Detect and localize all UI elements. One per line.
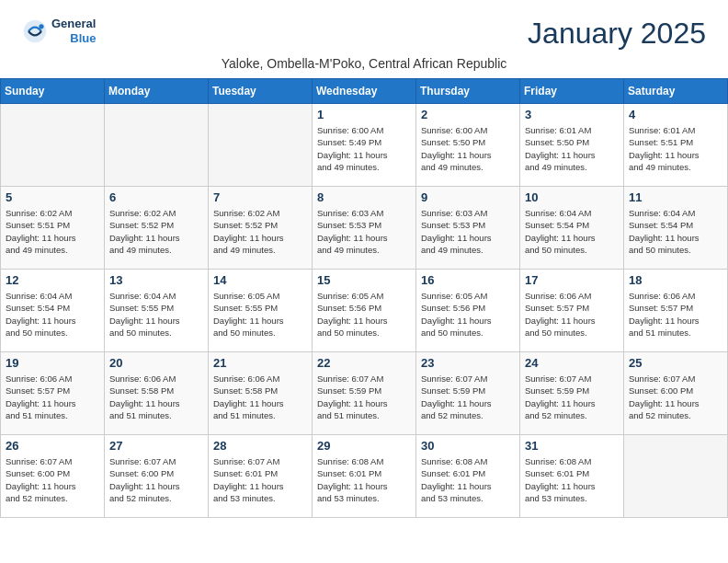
calendar-cell: 5Sunrise: 6:02 AM Sunset: 5:51 PM Daylig… <box>1 187 105 270</box>
day-header-sunday: Sunday <box>1 79 105 104</box>
page-header: General Blue January 2025 <box>0 0 728 54</box>
calendar-cell <box>209 104 313 187</box>
day-info: Sunrise: 6:07 AM Sunset: 5:59 PM Dayligh… <box>421 373 515 421</box>
day-info: Sunrise: 6:07 AM Sunset: 6:00 PM Dayligh… <box>109 455 203 504</box>
day-info: Sunrise: 6:01 AM Sunset: 5:51 PM Dayligh… <box>629 124 722 173</box>
calendar-cell: 12Sunrise: 6:04 AM Sunset: 5:54 PM Dayli… <box>1 270 105 352</box>
day-info: Sunrise: 6:02 AM Sunset: 5:52 PM Dayligh… <box>213 207 307 256</box>
day-number: 18 <box>629 273 722 287</box>
day-number: 9 <box>421 190 515 204</box>
day-header-monday: Monday <box>105 79 209 104</box>
day-number: 24 <box>525 356 619 370</box>
calendar-week-row: 12Sunrise: 6:04 AM Sunset: 5:54 PM Dayli… <box>1 270 728 352</box>
day-number: 1 <box>317 108 411 121</box>
day-header-saturday: Saturday <box>624 79 728 104</box>
day-header-thursday: Thursday <box>416 79 520 104</box>
day-number: 4 <box>629 108 722 121</box>
day-info: Sunrise: 6:05 AM Sunset: 5:56 PM Dayligh… <box>317 290 411 339</box>
day-number: 5 <box>6 190 99 204</box>
calendar-cell: 4Sunrise: 6:01 AM Sunset: 5:51 PM Daylig… <box>624 104 728 187</box>
calendar-cell <box>624 435 728 518</box>
calendar-week-row: 1Sunrise: 6:00 AM Sunset: 5:49 PM Daylig… <box>1 104 728 187</box>
day-number: 13 <box>109 273 203 287</box>
calendar-cell: 15Sunrise: 6:05 AM Sunset: 5:56 PM Dayli… <box>313 270 416 352</box>
day-info: Sunrise: 6:07 AM Sunset: 5:59 PM Dayligh… <box>525 373 619 421</box>
day-info: Sunrise: 6:05 AM Sunset: 5:56 PM Dayligh… <box>421 290 515 339</box>
calendar-cell: 31Sunrise: 6:08 AM Sunset: 6:01 PM Dayli… <box>520 435 624 518</box>
calendar-cell: 24Sunrise: 6:07 AM Sunset: 5:59 PM Dayli… <box>520 352 624 435</box>
day-info: Sunrise: 6:06 AM Sunset: 5:58 PM Dayligh… <box>109 373 203 421</box>
calendar-cell: 14Sunrise: 6:05 AM Sunset: 5:55 PM Dayli… <box>209 270 313 352</box>
day-info: Sunrise: 6:07 AM Sunset: 6:00 PM Dayligh… <box>629 373 722 421</box>
day-number: 19 <box>6 356 99 370</box>
day-header-friday: Friday <box>520 79 624 104</box>
day-number: 7 <box>213 190 307 204</box>
logo: General Blue <box>22 17 96 45</box>
day-number: 26 <box>6 439 99 453</box>
day-info: Sunrise: 6:02 AM Sunset: 5:52 PM Dayligh… <box>109 207 203 256</box>
day-info: Sunrise: 6:08 AM Sunset: 6:01 PM Dayligh… <box>525 455 619 504</box>
day-number: 27 <box>109 439 203 453</box>
day-info: Sunrise: 6:06 AM Sunset: 5:58 PM Dayligh… <box>213 373 307 421</box>
calendar-cell: 23Sunrise: 6:07 AM Sunset: 5:59 PM Dayli… <box>416 352 520 435</box>
day-number: 23 <box>421 356 515 370</box>
calendar-cell: 17Sunrise: 6:06 AM Sunset: 5:57 PM Dayli… <box>520 270 624 352</box>
day-number: 12 <box>6 273 99 287</box>
day-number: 14 <box>213 273 307 287</box>
calendar-cell: 21Sunrise: 6:06 AM Sunset: 5:58 PM Dayli… <box>209 352 313 435</box>
calendar-cell: 9Sunrise: 6:03 AM Sunset: 5:53 PM Daylig… <box>416 187 520 270</box>
day-info: Sunrise: 6:07 AM Sunset: 5:59 PM Dayligh… <box>317 373 411 421</box>
calendar-cell: 18Sunrise: 6:06 AM Sunset: 5:57 PM Dayli… <box>624 270 728 352</box>
calendar-cell: 25Sunrise: 6:07 AM Sunset: 6:00 PM Dayli… <box>624 352 728 435</box>
calendar-cell: 16Sunrise: 6:05 AM Sunset: 5:56 PM Dayli… <box>416 270 520 352</box>
day-number: 31 <box>525 439 619 453</box>
calendar-cell: 8Sunrise: 6:03 AM Sunset: 5:53 PM Daylig… <box>313 187 416 270</box>
calendar-cell: 6Sunrise: 6:02 AM Sunset: 5:52 PM Daylig… <box>105 187 209 270</box>
day-info: Sunrise: 6:01 AM Sunset: 5:50 PM Dayligh… <box>525 124 619 173</box>
day-info: Sunrise: 6:04 AM Sunset: 5:54 PM Dayligh… <box>6 290 99 339</box>
svg-point-0 <box>24 19 47 42</box>
calendar-cell: 1Sunrise: 6:00 AM Sunset: 5:49 PM Daylig… <box>313 104 416 187</box>
day-number: 3 <box>525 108 619 121</box>
day-info: Sunrise: 6:06 AM Sunset: 5:57 PM Dayligh… <box>525 290 619 339</box>
day-number: 20 <box>109 356 203 370</box>
logo-blue-text: Blue <box>51 31 96 46</box>
day-number: 30 <box>421 439 515 453</box>
calendar-week-row: 26Sunrise: 6:07 AM Sunset: 6:00 PM Dayli… <box>1 435 728 518</box>
day-header-tuesday: Tuesday <box>209 79 313 104</box>
day-info: Sunrise: 6:07 AM Sunset: 6:01 PM Dayligh… <box>213 455 307 504</box>
calendar-cell: 22Sunrise: 6:07 AM Sunset: 5:59 PM Dayli… <box>313 352 416 435</box>
calendar-cell <box>1 104 105 187</box>
day-info: Sunrise: 6:05 AM Sunset: 5:55 PM Dayligh… <box>213 290 307 339</box>
day-number: 16 <box>421 273 515 287</box>
day-info: Sunrise: 6:04 AM Sunset: 5:54 PM Dayligh… <box>629 207 722 256</box>
calendar-cell: 30Sunrise: 6:08 AM Sunset: 6:01 PM Dayli… <box>416 435 520 518</box>
calendar-cell: 11Sunrise: 6:04 AM Sunset: 5:54 PM Dayli… <box>624 187 728 270</box>
day-info: Sunrise: 6:03 AM Sunset: 5:53 PM Dayligh… <box>421 207 515 256</box>
calendar-cell: 20Sunrise: 6:06 AM Sunset: 5:58 PM Dayli… <box>105 352 209 435</box>
day-info: Sunrise: 6:06 AM Sunset: 5:57 PM Dayligh… <box>629 290 722 339</box>
day-number: 15 <box>317 273 411 287</box>
location-subtitle: Yaloke, Ombella-M'Poko, Central African … <box>0 54 728 78</box>
calendar-cell <box>105 104 209 187</box>
calendar-cell: 29Sunrise: 6:08 AM Sunset: 6:01 PM Dayli… <box>313 435 416 518</box>
calendar-week-row: 5Sunrise: 6:02 AM Sunset: 5:51 PM Daylig… <box>1 187 728 270</box>
calendar-cell: 2Sunrise: 6:00 AM Sunset: 5:50 PM Daylig… <box>416 104 520 187</box>
day-number: 8 <box>317 190 411 204</box>
calendar-cell: 7Sunrise: 6:02 AM Sunset: 5:52 PM Daylig… <box>209 187 313 270</box>
calendar-cell: 19Sunrise: 6:06 AM Sunset: 5:57 PM Dayli… <box>1 352 105 435</box>
day-number: 29 <box>317 439 411 453</box>
day-number: 25 <box>629 356 722 370</box>
day-number: 22 <box>317 356 411 370</box>
day-info: Sunrise: 6:08 AM Sunset: 6:01 PM Dayligh… <box>421 455 515 504</box>
calendar-header-row: SundayMondayTuesdayWednesdayThursdayFrid… <box>1 79 728 104</box>
day-info: Sunrise: 6:04 AM Sunset: 5:54 PM Dayligh… <box>525 207 619 256</box>
day-info: Sunrise: 6:04 AM Sunset: 5:55 PM Dayligh… <box>109 290 203 339</box>
calendar-cell: 26Sunrise: 6:07 AM Sunset: 6:00 PM Dayli… <box>1 435 105 518</box>
day-number: 10 <box>525 190 619 204</box>
day-info: Sunrise: 6:00 AM Sunset: 5:49 PM Dayligh… <box>317 124 411 173</box>
calendar-cell: 3Sunrise: 6:01 AM Sunset: 5:50 PM Daylig… <box>520 104 624 187</box>
day-info: Sunrise: 6:08 AM Sunset: 6:01 PM Dayligh… <box>317 455 411 504</box>
day-number: 6 <box>109 190 203 204</box>
month-title: January 2025 <box>22 17 706 51</box>
